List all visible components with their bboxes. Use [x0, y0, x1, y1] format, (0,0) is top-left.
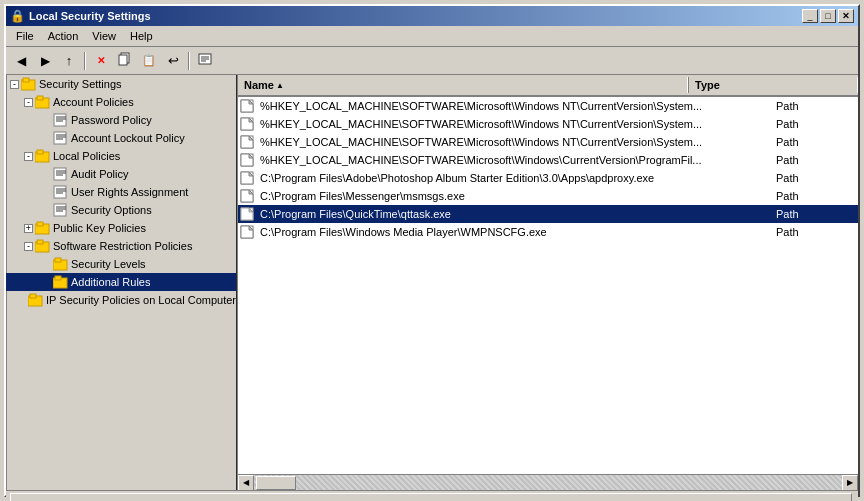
tree-label-software-restriction: Software Restriction Policies	[53, 240, 192, 252]
close-button[interactable]: ✕	[838, 9, 854, 23]
horizontal-scrollbar[interactable]: ◀ ▶	[238, 474, 858, 490]
tree-label-security-options: Security Options	[71, 204, 152, 216]
list-row[interactable]: %HKEY_LOCAL_MACHINE\SOFTWARE\Microsoft\W…	[238, 133, 858, 151]
tree-container[interactable]: - Security Settings -	[6, 75, 236, 490]
undo-button[interactable]: ↩	[162, 50, 184, 72]
row-name-8: C:\Program Files\Windows Media Player\WM…	[260, 226, 776, 238]
tree-item-audit-policy[interactable]: Audit Policy	[6, 165, 236, 183]
software-restriction-icon	[35, 238, 51, 254]
maximize-button[interactable]: □	[820, 9, 836, 23]
row-name-7: C:\Program Files\QuickTime\qttask.exe	[260, 208, 776, 220]
security-levels-icon	[53, 256, 69, 272]
row-content[interactable]: %HKEY_LOCAL_MACHINE\SOFTWARE\Microsoft\W…	[238, 97, 858, 474]
column-name-header[interactable]: Name ▲	[238, 77, 688, 93]
menu-file[interactable]: File	[10, 28, 40, 44]
password-policy-icon	[53, 112, 69, 128]
tree-item-ip-security[interactable]: IP Security Policies on Local Computer	[6, 291, 236, 309]
row-type-8: Path	[776, 226, 856, 238]
expand-local-policies[interactable]: -	[24, 152, 33, 161]
list-row[interactable]: %HKEY_LOCAL_MACHINE\SOFTWARE\Microsoft\W…	[238, 151, 858, 169]
tree-item-security-options[interactable]: Security Options	[6, 201, 236, 219]
row-type-6: Path	[776, 190, 856, 202]
tree-label-password-policy: Password Policy	[71, 114, 152, 126]
tree-label-account-policies: Account Policies	[53, 96, 134, 108]
row-name-5: C:\Program Files\Adobe\Photoshop Album S…	[260, 172, 776, 184]
back-button[interactable]: ◀	[10, 50, 32, 72]
row-type-2: Path	[776, 118, 856, 130]
tree-item-local-policies[interactable]: - Local Policies	[6, 147, 236, 165]
additional-rules-icon	[53, 274, 69, 290]
row-icon-7	[240, 206, 256, 222]
account-policies-icon	[35, 94, 51, 110]
paste-button[interactable]: 📋	[138, 50, 160, 72]
list-row-selected[interactable]: C:\Program Files\QuickTime\qttask.exe Pa…	[238, 205, 858, 223]
local-policies-icon	[35, 148, 51, 164]
tree-item-account-lockout[interactable]: Account Lockout Policy	[6, 129, 236, 147]
row-icon-1	[240, 98, 256, 114]
svg-rect-14	[54, 132, 66, 144]
copy-icon	[118, 52, 132, 69]
scroll-right-button[interactable]: ▶	[842, 475, 858, 491]
tree-item-security-settings[interactable]: - Security Settings	[6, 75, 236, 93]
minimize-button[interactable]: _	[802, 9, 818, 23]
svg-rect-33	[37, 222, 43, 226]
properties-icon	[198, 52, 212, 69]
menu-help[interactable]: Help	[124, 28, 159, 44]
list-row[interactable]: %HKEY_LOCAL_MACHINE\SOFTWARE\Microsoft\W…	[238, 97, 858, 115]
row-icon-3	[240, 134, 256, 150]
toolbar: ◀ ▶ ↑ ✕ 📋 ↩	[6, 47, 858, 75]
svg-rect-9	[37, 96, 43, 100]
scroll-left-button[interactable]: ◀	[238, 475, 254, 491]
tree-label-additional-rules: Additional Rules	[71, 276, 151, 288]
list-row[interactable]: C:\Program Files\Windows Media Player\WM…	[238, 223, 858, 241]
properties-button[interactable]	[194, 50, 216, 72]
expand-public-key[interactable]: +	[24, 224, 33, 233]
delete-button[interactable]: ✕	[90, 50, 112, 72]
scroll-track[interactable]	[254, 475, 842, 491]
column-type-header[interactable]: Type	[688, 77, 858, 93]
svg-rect-20	[54, 168, 66, 180]
tree-label-local-policies: Local Policies	[53, 150, 120, 162]
tree-label-audit-policy: Audit Policy	[71, 168, 128, 180]
up-icon: ↑	[66, 53, 73, 68]
column-name-label: Name	[244, 79, 274, 91]
menu-view[interactable]: View	[86, 28, 122, 44]
column-type-label: Type	[695, 79, 720, 91]
audit-policy-icon	[53, 166, 69, 182]
expand-account-policies[interactable]: -	[24, 98, 33, 107]
list-row[interactable]: C:\Program Files\Adobe\Photoshop Album S…	[238, 169, 858, 187]
tree-item-user-rights[interactable]: User Rights Assignment	[6, 183, 236, 201]
list-row[interactable]: C:\Program Files\Messenger\msmsgs.exe Pa…	[238, 187, 858, 205]
tree-item-password-policy[interactable]: Password Policy	[6, 111, 236, 129]
tree-item-public-key[interactable]: + Public Key Policies	[6, 219, 236, 237]
list-row[interactable]: %HKEY_LOCAL_MACHINE\SOFTWARE\Microsoft\W…	[238, 115, 858, 133]
main-content: - Security Settings -	[6, 75, 858, 490]
row-icon-4	[240, 152, 256, 168]
tree-label-security-settings: Security Settings	[39, 78, 122, 90]
up-button[interactable]: ↑	[58, 50, 80, 72]
forward-icon: ▶	[41, 54, 50, 68]
tree-item-account-policies[interactable]: - Account Policies	[6, 93, 236, 111]
tree-item-security-levels[interactable]: Security Levels	[6, 255, 236, 273]
tree-label-user-rights: User Rights Assignment	[71, 186, 188, 198]
expand-security-settings[interactable]: -	[10, 80, 19, 89]
expand-software-restriction[interactable]: -	[24, 242, 33, 251]
sort-asc-icon: ▲	[276, 81, 284, 90]
status-bar	[6, 490, 858, 501]
menu-action[interactable]: Action	[42, 28, 85, 44]
title-bar: 🔒 Local Security Settings _ □ ✕	[6, 6, 858, 26]
copy-button[interactable]	[114, 50, 136, 72]
paste-icon: 📋	[142, 54, 156, 67]
svg-rect-10	[54, 114, 66, 126]
tree-item-software-restriction[interactable]: - Software Restriction Policies	[6, 237, 236, 255]
scroll-thumb[interactable]	[256, 476, 296, 490]
row-name-3: %HKEY_LOCAL_MACHINE\SOFTWARE\Microsoft\W…	[260, 136, 776, 148]
row-icon-6	[240, 188, 256, 204]
tree-item-additional-rules[interactable]: Additional Rules	[6, 273, 236, 291]
toolbar-separator-1	[84, 52, 86, 70]
account-lockout-icon	[53, 130, 69, 146]
tree-label-public-key: Public Key Policies	[53, 222, 146, 234]
security-settings-icon	[21, 76, 37, 92]
row-icon-8	[240, 224, 256, 240]
forward-button[interactable]: ▶	[34, 50, 56, 72]
